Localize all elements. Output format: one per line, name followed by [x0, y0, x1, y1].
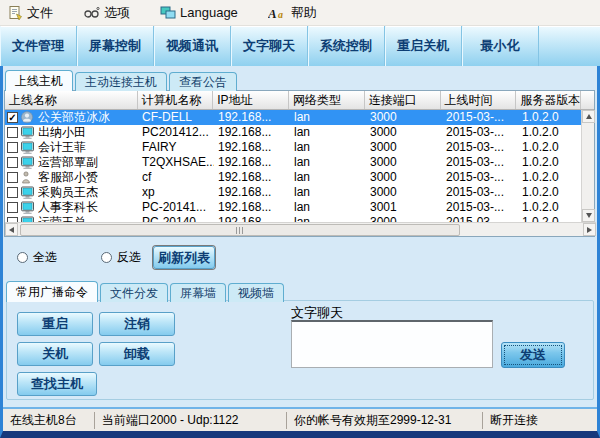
- horizontal-scrollbar[interactable]: [5, 222, 596, 236]
- cell-network: lan: [290, 140, 366, 155]
- find-host-button[interactable]: 查找主机: [17, 372, 97, 396]
- cell-computer: T2QXHSAE...: [138, 155, 214, 170]
- menu-item-label: 文件: [27, 4, 53, 22]
- shutdown-button[interactable]: 关机: [17, 342, 93, 366]
- scroll-up-button[interactable]: [582, 110, 595, 123]
- column-header-1[interactable]: 计算机名称: [138, 91, 214, 109]
- command-tab-0[interactable]: 常用广播命令: [6, 281, 98, 302]
- toolbar-button-0[interactable]: 文件管理: [0, 26, 77, 66]
- user-icon: [20, 111, 36, 124]
- toolbar-button-1[interactable]: 屏幕控制: [77, 26, 154, 66]
- restart-button[interactable]: 重启: [17, 312, 93, 336]
- cell-computer: cf: [138, 170, 214, 185]
- figure-icon: [20, 171, 36, 184]
- row-checkbox[interactable]: [7, 142, 18, 153]
- column-header-6[interactable]: 服务器版本: [516, 91, 581, 109]
- scroll-down-button[interactable]: [582, 209, 595, 222]
- menu-item-2[interactable]: Language: [160, 5, 238, 20]
- cell-port: 3000: [366, 125, 442, 140]
- status-disconnect[interactable]: 断开连接: [483, 412, 597, 429]
- column-header-2[interactable]: IP地址: [213, 91, 289, 109]
- table-row[interactable]: 出纳小田PC201412...192.168...lan30002015-03-…: [5, 125, 583, 140]
- content-area: 上线主机主动连接主机查看公告 上线名称计算机名称IP地址网络类型连接端口上线时间…: [0, 66, 600, 438]
- svg-text:a: a: [278, 9, 283, 20]
- row-checkbox[interactable]: [7, 157, 18, 168]
- name-cell: 会计王菲: [5, 140, 138, 155]
- menu-item-label: Language: [180, 5, 238, 20]
- menu-item-0[interactable]: 文件: [8, 4, 53, 22]
- radio-circle-icon: [101, 252, 112, 263]
- cell-time: 2015-03-...: [442, 200, 518, 215]
- table-row[interactable]: 运营部覃副T2QXHSAE...192.168...lan30002015-03…: [5, 155, 583, 170]
- row-checkbox[interactable]: [7, 202, 18, 213]
- table-row[interactable]: 会计王菲FAIRY192.168...lan30002015-03-...1.0…: [5, 140, 583, 155]
- toolbar-button-3[interactable]: 文字聊天: [231, 26, 308, 66]
- cell-version: 1.0.2.0: [518, 170, 583, 185]
- cell-ip: 192.168...: [214, 185, 290, 200]
- cell-port: 3001: [366, 200, 442, 215]
- table-row[interactable]: 人事李科长PC-20141...192.168...lan30012015-03…: [5, 200, 583, 215]
- toolbar-button-5[interactable]: 重启关机: [385, 26, 462, 66]
- cell-port: 3000: [366, 155, 442, 170]
- toolbar-button-2[interactable]: 视频通讯: [154, 26, 231, 66]
- cell-ip: 192.168...: [214, 140, 290, 155]
- svg-text:A: A: [268, 6, 277, 20]
- refresh-list-button[interactable]: 刷新列表: [153, 246, 215, 269]
- scroll-left-button[interactable]: [5, 223, 18, 236]
- cell-computer: xp: [138, 185, 214, 200]
- logoff-button[interactable]: 注销: [99, 312, 175, 336]
- cell-version: 1.0.2.0: [518, 200, 583, 215]
- uninstall-button[interactable]: 卸载: [99, 342, 175, 366]
- tab-2[interactable]: 查看公告: [169, 72, 237, 91]
- tab-1[interactable]: 主动连接主机: [75, 72, 167, 91]
- cell-time: 2015-03-...: [442, 170, 518, 185]
- row-checkbox[interactable]: [7, 172, 18, 183]
- cell-port: 3000: [366, 185, 442, 200]
- scroll-right-button[interactable]: [583, 223, 596, 236]
- computer-icon: [20, 141, 36, 155]
- command-tab-3[interactable]: 视频墙: [228, 283, 284, 302]
- radio-label: 反选: [117, 249, 141, 266]
- row-checkbox[interactable]: [7, 127, 18, 138]
- column-header-5[interactable]: 上线时间: [441, 91, 517, 109]
- column-header-3[interactable]: 网络类型: [289, 91, 365, 109]
- row-checkbox[interactable]: ✓: [7, 112, 18, 123]
- toolbar-filler: [539, 26, 600, 66]
- cell-network: lan: [290, 185, 366, 200]
- send-button[interactable]: 发送: [501, 342, 565, 368]
- tab-0[interactable]: 上线主机: [5, 70, 73, 91]
- cell-version: 1.0.2.0: [518, 125, 583, 140]
- file-menu-icon: [8, 5, 23, 21]
- name-cell: 运营部覃副: [5, 155, 138, 170]
- toolbar-button-4[interactable]: 系统控制: [308, 26, 385, 66]
- command-tab-1[interactable]: 文件分发: [100, 283, 168, 302]
- table-row[interactable]: 客服部小赟cf192.168...lan30002015-03-...1.0.2…: [5, 170, 583, 185]
- main-toolbar: 文件管理屏幕控制视频通讯文字聊天系统控制重启关机最小化: [0, 26, 600, 66]
- menu-item-1[interactable]: 选项: [83, 4, 130, 22]
- vertical-scrollbar[interactable]: [581, 110, 594, 222]
- host-name: 出纳小田: [38, 125, 86, 140]
- horizontal-scroll-thumb[interactable]: [20, 224, 460, 236]
- column-header-0[interactable]: 上线名称: [5, 91, 138, 109]
- toolbar-button-6[interactable]: 最小化: [462, 26, 539, 66]
- radio-circle-icon: [17, 252, 28, 263]
- radio-select-all[interactable]: 全选: [17, 249, 57, 266]
- radio-invert-selection[interactable]: 反选: [101, 249, 141, 266]
- chat-input[interactable]: [291, 320, 493, 368]
- name-cell: ✓公关部范冰冰: [5, 110, 138, 125]
- cell-version: 1.0.2.0: [518, 140, 583, 155]
- row-checkbox[interactable]: [7, 187, 18, 198]
- table-row[interactable]: ✓公关部范冰冰CF-DELL192.168...lan30002015-03-.…: [5, 110, 583, 125]
- computer-icon: [20, 201, 36, 215]
- table-row[interactable]: 采购员王杰xp192.168...lan30002015-03-...1.0.2…: [5, 185, 583, 200]
- menu-item-3[interactable]: Aa帮助: [268, 4, 317, 22]
- name-cell: 出纳小田: [5, 125, 138, 140]
- cell-ip: 192.168...: [214, 170, 290, 185]
- cell-network: lan: [290, 125, 366, 140]
- cell-version: 1.0.2.0: [518, 185, 583, 200]
- command-tab-2[interactable]: 屏幕墙: [170, 283, 226, 302]
- column-header-4[interactable]: 连接端口: [365, 91, 441, 109]
- cell-computer: CF-DELL: [138, 110, 214, 125]
- host-table-body: ✓公关部范冰冰CF-DELL192.168...lan30002015-03-.…: [5, 110, 583, 222]
- table-row[interactable]: 运营王总PC-20140...192.168...lan30002015-03-…: [5, 215, 583, 222]
